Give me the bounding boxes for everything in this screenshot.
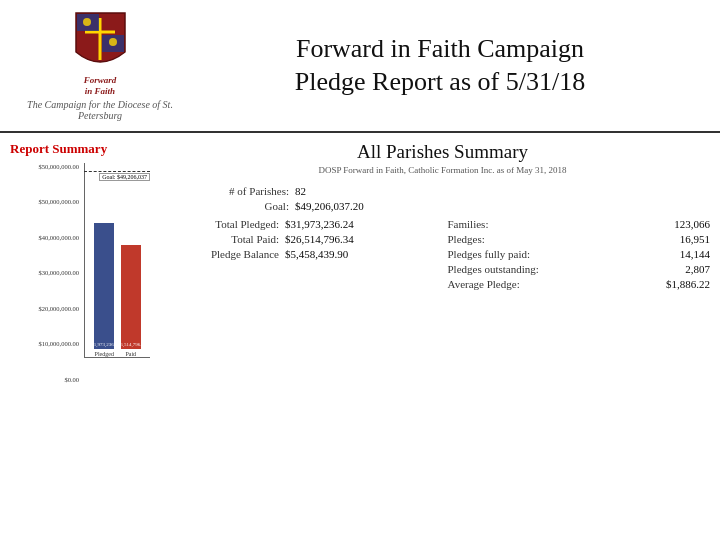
goal-line-label: Goal: $49,206,037	[99, 173, 150, 181]
pledge-balance-value: $5,458,439.90	[285, 248, 348, 260]
bar-pledged: $31,973,236.24	[94, 223, 114, 349]
y-axis-labels: $50,000,000.00 $50,000,000.00 $40,000,00…	[10, 163, 82, 383]
average-pledge-value: $1,886.22	[655, 278, 710, 290]
left-col: Total Pledged: $31,973,236.24 Total Paid…	[175, 218, 438, 293]
bar-pledged-label: Pledged	[95, 351, 114, 357]
pledges-value: 16,951	[655, 233, 710, 245]
goal-line: Goal: $49,206,037	[84, 171, 150, 172]
section-title: All Parishes Summary	[175, 141, 710, 163]
pledges-fully-paid-value: 14,144	[655, 248, 710, 260]
y-label-3: $40,000,000.00	[10, 234, 79, 241]
y-label-6: $10,000,000.00	[10, 340, 79, 347]
goal-value: $49,206,037.20	[295, 200, 375, 212]
pledges-label: Pledges:	[448, 233, 485, 245]
two-col-layout: Total Pledged: $31,973,236.24 Total Paid…	[175, 218, 710, 293]
num-parishes-label: # of Parishes:	[195, 185, 295, 197]
total-pledged-value: $31,973,236.24	[285, 218, 354, 230]
svg-point-5	[109, 38, 117, 46]
page-header: Forwardin Faith The Campaign for the Dio…	[0, 0, 720, 133]
sidebar: Report Summary $50,000,000.00 $50,000,00…	[10, 141, 165, 383]
goal-label: Goal:	[195, 200, 295, 212]
families-label: Families:	[448, 218, 489, 230]
section-subtitle: DOSP Forward in Faith, Catholic Formatio…	[175, 165, 710, 175]
parishes-row: # of Parishes: 82	[175, 185, 710, 197]
page-title: Forward in Faith Campaign Pledge Report …	[180, 32, 700, 100]
y-label-4: $30,000,000.00	[10, 269, 79, 276]
average-pledge-label: Average Pledge:	[448, 278, 520, 290]
pledges-fully-paid-label: Pledges fully paid:	[448, 248, 531, 260]
bar-paid: $26,514,796.34	[121, 245, 141, 349]
pledges-outstanding-row: Pledges outstanding: 2,807	[448, 263, 711, 275]
pledges-fully-paid-row: Pledges fully paid: 14,144	[448, 248, 711, 260]
shield-icon	[73, 10, 128, 75]
total-pledged-label: Total Pledged:	[175, 218, 285, 230]
main-content: Report Summary $50,000,000.00 $50,000,00…	[0, 133, 720, 391]
sidebar-title: Report Summary	[10, 141, 165, 157]
average-pledge-row: Average Pledge: $1,886.22	[448, 278, 711, 290]
total-paid-label: Total Paid:	[175, 233, 285, 245]
right-col: Families: 123,066 Pledges: 16,951 Pledge…	[448, 218, 711, 293]
logo-brand-text: Forwardin Faith	[84, 75, 117, 97]
bar-chart: $50,000,000.00 $50,000,000.00 $40,000,00…	[10, 163, 150, 383]
y-label-1: $50,000,000.00	[10, 163, 79, 170]
bar-pledged-group: $31,973,236.24 Pledged	[94, 223, 114, 357]
y-label-5: $20,000,000.00	[10, 305, 79, 312]
goal-row: Goal: $49,206,037.20	[175, 200, 710, 212]
y-label-7: $0.00	[10, 376, 79, 383]
bar-paid-label: Paid	[125, 351, 136, 357]
families-value: 123,066	[655, 218, 710, 230]
pledge-balance-row: Pledge Balance $5,458,439.90	[175, 248, 438, 260]
families-row: Families: 123,066	[448, 218, 711, 230]
total-paid-row: Total Paid: $26,514,796.34	[175, 233, 438, 245]
pledges-outstanding-label: Pledges outstanding:	[448, 263, 539, 275]
pledges-outstanding-value: 2,807	[655, 263, 710, 275]
pledge-balance-label: Pledge Balance	[175, 248, 285, 260]
logo-subtitle: The Campaign for the Diocese of St. Pete…	[20, 99, 180, 121]
report-content: All Parishes Summary DOSP Forward in Fai…	[165, 141, 710, 383]
total-pledged-row: Total Pledged: $31,973,236.24	[175, 218, 438, 230]
total-paid-value: $26,514,796.34	[285, 233, 354, 245]
num-parishes-value: 82	[295, 185, 375, 197]
svg-point-4	[83, 18, 91, 26]
logo-area: Forwardin Faith The Campaign for the Dio…	[20, 10, 180, 121]
bar-paid-group: $26,514,796.34 Paid	[121, 245, 141, 357]
pledges-row: Pledges: 16,951	[448, 233, 711, 245]
y-label-2: $50,000,000.00	[10, 198, 79, 205]
bars-area: $31,973,236.24 Pledged $26,514,796.34 Pa…	[84, 163, 150, 358]
